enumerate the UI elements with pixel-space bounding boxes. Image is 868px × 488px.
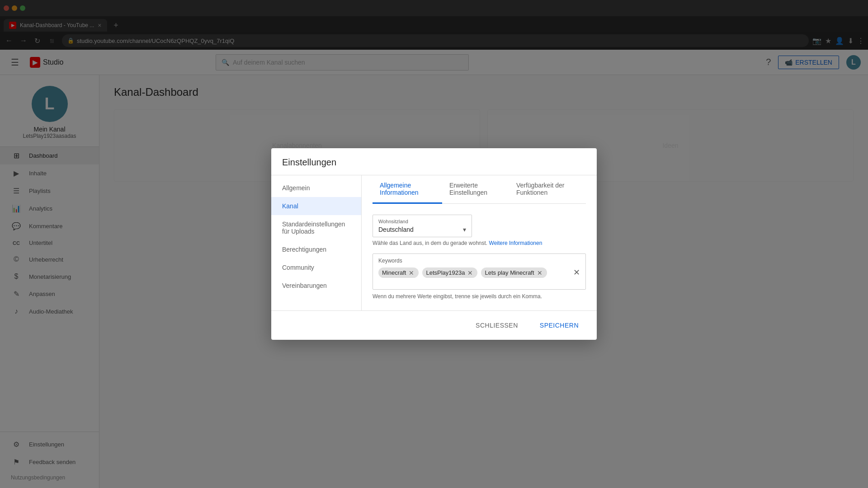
keyword-chip-minecraft: Minecraft ✕ <box>378 267 419 278</box>
cancel-button[interactable]: SCHLIESSEN <box>468 318 525 333</box>
residence-value-row: Deutschland ▾ <box>378 226 466 233</box>
residence-field: Wohnsitzland Deutschland ▾ Wähle das Lan… <box>373 215 586 246</box>
keywords-hint: Wenn du mehrere Werte eingibst, trenne s… <box>373 293 586 300</box>
tab-advanced[interactable]: Erweiterte Einstellungen <box>442 175 509 204</box>
keyword-chip-letsplayminecraft: Lets play Minecraft ✕ <box>481 267 547 278</box>
keyword-chip-letsplay: LetsPlay1923a ✕ <box>422 267 477 278</box>
tab-general-info[interactable]: Allgemeine Informationen <box>373 175 442 204</box>
dialog-sidebar: Allgemein Kanal Standardeinstellungen fü… <box>271 175 362 310</box>
dialog-overlay[interactable]: Einstellungen Allgemein Kanal Standardei… <box>0 0 868 488</box>
dialog-sidebar-item-channel[interactable]: Kanal <box>271 197 361 215</box>
chip-label: LetsPlay1923a <box>426 269 465 276</box>
dialog-tabs: Allgemeine Informationen Erweiterte Eins… <box>373 175 586 204</box>
chip-remove-letsplay[interactable]: ✕ <box>467 270 474 276</box>
residence-select-wrapper[interactable]: Wohnsitzland Deutschland ▾ <box>373 215 472 237</box>
dialog-header: Einstellungen <box>271 148 597 175</box>
residence-hint-text: Wähle das Land aus, in dem du gerade woh… <box>373 240 487 246</box>
dialog-sidebar-label: Vereinbarungen <box>282 282 327 289</box>
keywords-chips: Minecraft ✕ LetsPlay1923a ✕ Lets play Mi… <box>378 267 547 278</box>
residence-chevron-icon: ▾ <box>463 226 466 233</box>
settings-dialog: Einstellungen Allgemein Kanal Standardei… <box>271 148 597 340</box>
chip-remove-letsplayminecraft[interactable]: ✕ <box>536 270 543 276</box>
residence-label: Wohnsitzland <box>378 219 466 224</box>
dialog-sidebar-item-community[interactable]: Community <box>271 258 361 277</box>
dialog-sidebar-label: Community <box>282 264 314 271</box>
keywords-label: Keywords <box>378 258 580 264</box>
tab-features[interactable]: Verfügbarkeit der Funktionen <box>509 175 586 204</box>
tab-label: Allgemeine Informationen <box>380 182 419 196</box>
dialog-sidebar-item-permissions[interactable]: Berechtigungen <box>271 240 361 258</box>
chip-remove-minecraft[interactable]: ✕ <box>408 270 415 276</box>
keywords-clear-button[interactable]: ✕ <box>573 267 580 277</box>
dialog-body: Allgemein Kanal Standardeinstellungen fü… <box>271 175 597 310</box>
tab-label: Verfügbarkeit der Funktionen <box>516 182 565 196</box>
dialog-sidebar-item-agreements[interactable]: Vereinbarungen <box>271 277 361 295</box>
dialog-sidebar-item-uploads[interactable]: Standardeinstellungen für Uploads <box>271 215 361 240</box>
dialog-sidebar-label: Allgemein <box>282 184 310 192</box>
dialog-title: Einstellungen <box>282 157 586 168</box>
dialog-main-panel: Allgemeine Informationen Erweiterte Eins… <box>362 175 597 310</box>
save-button[interactable]: SPEICHERN <box>533 318 586 333</box>
dialog-sidebar-label: Berechtigungen <box>282 246 326 253</box>
keywords-field[interactable]: Keywords Minecraft ✕ LetsPlay1923a ✕ <box>373 253 586 290</box>
chip-label: Minecraft <box>382 269 406 276</box>
dialog-footer: SCHLIESSEN SPEICHERN <box>271 310 597 340</box>
chip-label: Lets play Minecraft <box>485 269 534 276</box>
dialog-sidebar-label: Standardeinstellungen für Uploads <box>282 221 345 235</box>
tab-label: Erweiterte Einstellungen <box>449 182 487 196</box>
dialog-sidebar-item-general[interactable]: Allgemein <box>271 179 361 197</box>
residence-hint: Wähle das Land aus, in dem du gerade woh… <box>373 240 586 246</box>
residence-hint-link[interactable]: Weitere Informationen <box>489 240 542 246</box>
dialog-sidebar-label: Kanal <box>282 202 298 210</box>
residence-value: Deutschland <box>378 226 414 233</box>
